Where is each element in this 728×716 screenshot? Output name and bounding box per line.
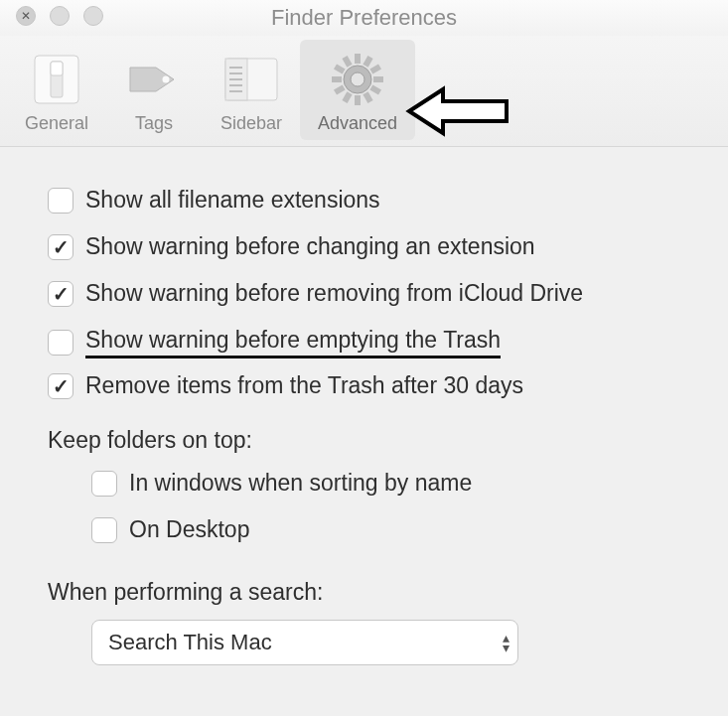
close-icon[interactable]: [16, 6, 36, 26]
option-label: Remove items from the Trash after 30 day…: [85, 372, 523, 399]
select-value: Search This Mac: [108, 630, 272, 655]
tag-icon: [124, 52, 184, 107]
svg-rect-20: [334, 84, 346, 94]
checkbox[interactable]: [48, 188, 73, 214]
option-label: On Desktop: [129, 516, 249, 543]
checkbox[interactable]: [48, 373, 73, 399]
preferences-pane-advanced: Show all filename extensions Show warnin…: [0, 147, 728, 716]
option-label: Show all filename extensions: [85, 187, 380, 214]
svg-rect-15: [373, 76, 383, 82]
preferences-toolbar: General Tags Sidebar: [0, 36, 728, 147]
checkbox[interactable]: [48, 281, 73, 307]
minimize-icon[interactable]: [50, 6, 70, 26]
svg-rect-16: [369, 84, 381, 94]
tab-tags[interactable]: Tags: [105, 40, 203, 140]
window-title: Finder Preferences: [0, 0, 728, 36]
option-folders-on-desktop[interactable]: On Desktop: [48, 506, 688, 553]
sidebar-icon: [221, 52, 281, 107]
svg-point-24: [351, 72, 364, 86]
tab-label: General: [25, 113, 88, 134]
svg-point-3: [163, 76, 170, 83]
tab-advanced[interactable]: Advanced: [300, 40, 415, 140]
svg-rect-2: [51, 62, 63, 75]
window-controls: [16, 6, 103, 26]
arrow-left-icon: [403, 83, 512, 143]
option-label: In windows when sorting by name: [129, 470, 472, 497]
svg-rect-12: [355, 54, 361, 64]
option-warn-trash[interactable]: Show warning before emptying the Trash: [48, 317, 688, 362]
tab-label: Sidebar: [220, 113, 282, 134]
svg-rect-23: [342, 56, 352, 68]
switch-icon: [27, 52, 86, 107]
checkbox[interactable]: [48, 330, 73, 356]
svg-rect-14: [369, 64, 381, 73]
checkbox[interactable]: [48, 234, 73, 260]
option-label: Show warning before changing an extensio…: [85, 233, 535, 260]
option-label: Show warning before emptying the Trash: [85, 327, 501, 358]
search-heading: When performing a search:: [48, 553, 688, 612]
svg-rect-19: [342, 91, 352, 103]
option-warn-extension[interactable]: Show warning before changing an extensio…: [48, 223, 688, 270]
option-remove-30[interactable]: Remove items from the Trash after 30 day…: [48, 362, 688, 409]
folders-heading: Keep folders on top:: [48, 409, 688, 460]
tab-label: Advanced: [318, 113, 397, 134]
checkbox[interactable]: [91, 471, 117, 497]
tab-label: Tags: [135, 113, 173, 134]
option-label: Show warning before removing from iCloud…: [85, 280, 583, 307]
zoom-icon[interactable]: [83, 6, 103, 26]
titlebar: Finder Preferences: [0, 0, 728, 36]
gear-icon: [328, 52, 387, 107]
option-warn-icloud[interactable]: Show warning before removing from iCloud…: [48, 270, 688, 317]
option-folders-in-windows[interactable]: In windows when sorting by name: [48, 460, 688, 506]
tab-sidebar[interactable]: Sidebar: [203, 40, 300, 140]
svg-rect-21: [332, 76, 342, 82]
checkbox[interactable]: [91, 517, 117, 543]
svg-rect-17: [363, 91, 372, 103]
tab-general[interactable]: General: [8, 40, 105, 140]
svg-rect-18: [355, 95, 361, 105]
chevron-up-down-icon: ▴▾: [503, 633, 510, 652]
search-scope-select[interactable]: Search This Mac ▴▾: [91, 620, 518, 665]
option-show-extensions[interactable]: Show all filename extensions: [48, 177, 688, 223]
svg-rect-22: [334, 64, 346, 73]
svg-rect-13: [363, 56, 372, 68]
